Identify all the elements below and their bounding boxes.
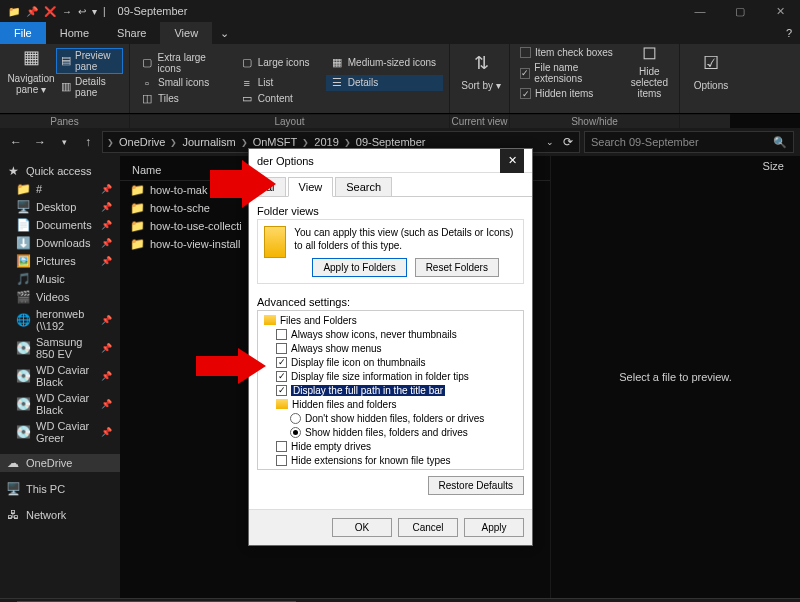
chevron-right-icon[interactable]: ❯ [107,138,114,147]
hidden-items-toggle[interactable]: Hidden items [516,87,626,100]
chevron-right-icon[interactable]: ❯ [170,138,177,147]
nav-item[interactable]: 🖥️Desktop📌 [0,198,120,216]
help-icon[interactable]: ? [778,22,800,44]
nav-item[interactable]: 💽Samsung 850 EV📌 [0,334,120,362]
adv-file-icon-thumb[interactable]: Display file icon on thumbnails [260,355,521,369]
adv-full-path-titlebar[interactable]: Display the full path in the title bar [260,383,521,397]
checkbox-icon[interactable] [276,329,287,340]
nav-item[interactable]: 💽WD Caviar Greer📌 [0,418,120,446]
sort-by-button[interactable]: ⇅ Sort by ▾ [456,46,506,96]
navigation-pane-button[interactable]: ▦ Navigation pane ▾ [6,46,56,96]
checkbox-icon[interactable] [276,343,287,354]
layout-extralarge[interactable]: ▢Extra large icons [136,51,234,75]
refresh-button[interactable]: ⟳ [561,132,575,152]
nav-item[interactable]: 🖼️Pictures📌 [0,252,120,270]
ok-button[interactable]: OK [332,518,392,537]
checkbox-icon[interactable] [276,469,287,471]
reset-folders-button[interactable]: Reset Folders [415,258,499,277]
adv-hide-merge-conflicts[interactable]: Hide folder merge conflicts [260,467,521,470]
checkbox-icon[interactable] [276,455,287,466]
checkbox-icon[interactable] [276,357,287,368]
nav-item[interactable]: ⬇️Downloads📌 [0,234,120,252]
crumb-onedrive[interactable]: OneDrive [116,136,168,148]
nav-item[interactable]: 💽WD Caviar Black📌 [0,362,120,390]
apply-to-folders-button[interactable]: Apply to Folders [312,258,406,277]
options-button[interactable]: ☑ Options [686,46,736,96]
nav-item[interactable]: 🎵Music [0,270,120,288]
adv-file-size-tips[interactable]: Display file size information in folder … [260,369,521,383]
nav-item[interactable]: 🌐heronweb (\\192📌 [0,306,120,334]
crumb-2019[interactable]: 2019 [311,136,341,148]
layout-medium[interactable]: ▦Medium-sized icons [326,51,443,75]
details-pane-button[interactable]: ▥Details pane [56,75,123,99]
adv-hide-empty-drives[interactable]: Hide empty drives [260,439,521,453]
ribbon-collapse-icon[interactable]: ⌄ [212,22,237,44]
h-scrollbar[interactable]: ◀ ▶ [0,598,800,602]
preview-pane-button[interactable]: ▤Preview pane [56,48,123,74]
qat-undo-icon[interactable]: ↩ [78,6,86,17]
radio-icon[interactable] [290,427,301,438]
search-icon[interactable]: 🔍 [773,136,787,149]
quick-access[interactable]: ★Quick access [0,162,120,180]
adv-always-icons[interactable]: Always show icons, never thumbnails [260,327,521,341]
tab-search-dlg[interactable]: Search [335,177,392,197]
radio-icon[interactable] [290,413,301,424]
layout-list[interactable]: ≡List [236,75,324,91]
crumb-sept[interactable]: 09-September [353,136,429,148]
layout-tiles[interactable]: ◫Tiles [136,91,234,107]
onedrive-item[interactable]: ☁OneDrive [0,454,120,472]
layout-small[interactable]: ▫Small icons [136,75,234,91]
layout-large[interactable]: ▢Large icons [236,51,324,75]
cancel-button[interactable]: Cancel [398,518,458,537]
layout-details[interactable]: ☰Details [326,75,443,91]
chevron-right-icon[interactable]: ❯ [241,138,248,147]
tab-view-dlg[interactable]: View [288,177,334,197]
chevron-right-icon[interactable]: ❯ [344,138,351,147]
adv-show-hidden[interactable]: Show hidden files, folders and drives [260,425,521,439]
nav-item[interactable]: 📁#📌 [0,180,120,198]
maximize-button[interactable]: ▢ [720,0,760,22]
tab-view[interactable]: View [160,22,212,44]
qat-rename-icon[interactable]: → [62,6,72,17]
adv-dont-show-hidden[interactable]: Don't show hidden files, folders or driv… [260,411,521,425]
col-size[interactable]: Size [757,156,790,176]
nav-item[interactable]: 🎬Videos [0,288,120,306]
advanced-settings-tree[interactable]: Files and Folders Always show icons, nev… [257,310,524,470]
apply-button[interactable]: Apply [464,518,524,537]
forward-button[interactable]: → [30,132,50,152]
chevron-right-icon[interactable]: ❯ [302,138,309,147]
restore-defaults-button[interactable]: Restore Defaults [428,476,524,495]
item-checkboxes-toggle[interactable]: Item check boxes [516,46,626,59]
nav-item[interactable]: 📄Documents📌 [0,216,120,234]
nav-item[interactable]: 💽WD Caviar Black📌 [0,390,120,418]
search-input[interactable]: Search 09-September 🔍 [584,131,794,153]
path-dropdown-icon[interactable]: ⌄ [543,132,557,152]
layout-content[interactable]: ▭Content [236,91,324,107]
network-item[interactable]: 🖧Network [0,506,120,524]
tab-share[interactable]: Share [103,22,160,44]
adv-always-menus[interactable]: Always show menus [260,341,521,355]
qat-folder-icon[interactable]: 📁 [8,6,20,17]
this-pc-item[interactable]: 🖥️This PC [0,480,120,498]
checkbox-icon[interactable] [276,385,287,396]
checkbox-icon[interactable] [276,371,287,382]
crumb-journalism[interactable]: Journalism [179,136,238,148]
hide-selected-button[interactable]: ◻ Hide selected items [626,46,673,96]
checkbox-icon[interactable] [276,441,287,452]
file-ext-toggle[interactable]: File name extensions [516,61,626,85]
close-button[interactable]: ✕ [760,0,800,22]
crumb-onmsft[interactable]: OnMSFT [250,136,301,148]
adv-root[interactable]: Files and Folders [260,313,521,327]
back-button[interactable]: ← [6,132,26,152]
up-button[interactable]: ↑ [78,132,98,152]
minimize-button[interactable]: — [680,0,720,22]
dialog-close-button[interactable]: ✕ [500,149,524,173]
qat-pin-icon[interactable]: 📌 [26,6,38,17]
tab-home[interactable]: Home [46,22,103,44]
qat-customize-icon[interactable]: ▾ [92,6,97,17]
adv-hidden-folder[interactable]: Hidden files and folders [260,397,521,411]
recent-locations-button[interactable]: ▾ [54,132,74,152]
tab-file[interactable]: File [0,22,46,44]
dialog-titlebar[interactable]: der Options ✕ [249,149,532,173]
qat-delete-icon[interactable]: ❌ [44,6,56,17]
